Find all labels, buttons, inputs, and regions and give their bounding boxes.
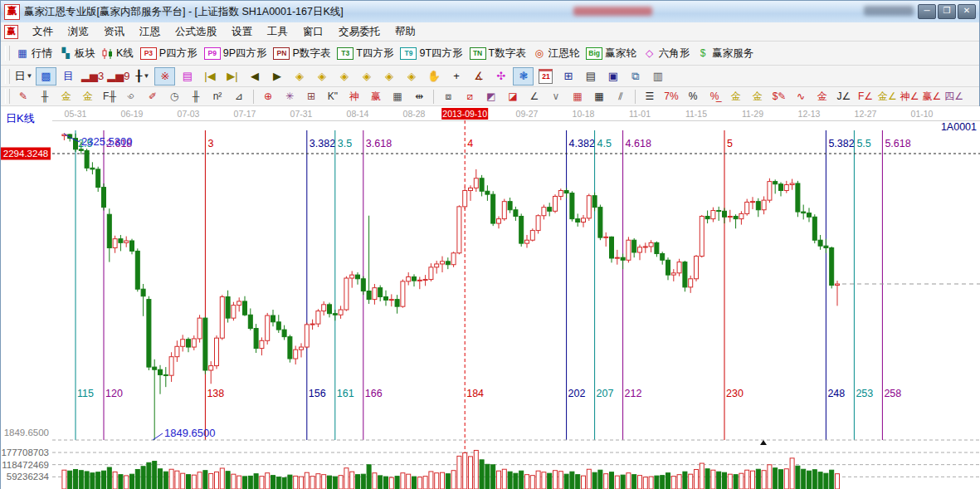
- next-bar-button[interactable]: ▶: [266, 67, 287, 86]
- angle-lines-button[interactable]: ∠: [524, 88, 544, 105]
- k-quote-button[interactable]: K": [323, 88, 343, 105]
- grid-123-button[interactable]: ▦: [388, 88, 407, 105]
- menu-江恩[interactable]: 江恩: [132, 23, 168, 41]
- mini-chart-3-button[interactable]: ▂▅3: [80, 67, 105, 86]
- gann-box-button[interactable]: ⧈: [438, 88, 458, 105]
- gold-red-line-button[interactable]: 金: [812, 88, 832, 105]
- v-line-button[interactable]: ∨: [546, 88, 566, 105]
- diamond-scroll-right-button[interactable]: ◈: [311, 67, 332, 86]
- star-web-button[interactable]: ✳: [280, 88, 300, 105]
- marker-triangle-icon[interactable]: [760, 440, 767, 445]
- calendar-button[interactable]: 21: [535, 67, 556, 86]
- kline-button[interactable]: K线: [102, 46, 134, 61]
- wave-percent-button[interactable]: ∿: [791, 88, 811, 105]
- quotes-button[interactable]: ▦行情: [16, 46, 52, 61]
- web-grid-button[interactable]: ⊞: [301, 88, 321, 105]
- save-button[interactable]: ▣: [602, 67, 623, 86]
- percent-line-button[interactable]: %̲: [705, 88, 724, 105]
- kline-chart[interactable]: 05-3106-1907-0307-1707-3108-1408-282013-…: [1, 106, 980, 489]
- menu-资讯[interactable]: 资讯: [96, 23, 132, 41]
- percent-table-button[interactable]: ☰: [640, 88, 660, 105]
- ruler-button[interactable]: ╫: [35, 88, 55, 105]
- last-page-button[interactable]: ▶|: [222, 67, 242, 86]
- menu-文件[interactable]: 文件: [25, 23, 61, 41]
- f-ruler-button[interactable]: F╫: [100, 88, 119, 105]
- f-angle-button[interactable]: F∠: [856, 88, 875, 105]
- screen-layout-button[interactable]: ▩: [36, 67, 56, 86]
- menu-帮助[interactable]: 帮助: [388, 23, 423, 41]
- crosshair-button[interactable]: +: [446, 67, 466, 86]
- diamond-compress-button[interactable]: ◈: [334, 67, 354, 86]
- volume-profile-button[interactable]: ▤: [177, 67, 197, 86]
- menu-工具[interactable]: 工具: [260, 23, 295, 41]
- ying-grid-button[interactable]: 赢: [366, 88, 386, 105]
- dollar-pencil-button[interactable]: $✎: [769, 88, 789, 105]
- fan-box-button[interactable]: ◩: [481, 88, 501, 105]
- red-grid-button[interactable]: ▦: [568, 88, 588, 105]
- t-number-table-button[interactable]: TNT数字表: [470, 46, 526, 61]
- fan-box-red-button[interactable]: ◪: [503, 88, 523, 105]
- chart-area[interactable]: 05-3106-1907-0307-1707-3108-1408-282013-…: [1, 106, 980, 489]
- t-square-button[interactable]: T3T四方形: [337, 46, 393, 61]
- sectors-button[interactable]: ▚板块: [59, 46, 95, 61]
- print-button[interactable]: ▥: [647, 67, 668, 86]
- minimize-button[interactable]: ─: [918, 4, 936, 19]
- menu-公式选股[interactable]: 公式选股: [168, 23, 224, 41]
- gold-line-button[interactable]: 金: [748, 88, 768, 105]
- menu-交易委托[interactable]: 交易委托: [331, 23, 388, 41]
- notes-button[interactable]: ▤: [580, 67, 601, 86]
- p-square-button[interactable]: P3P四方形: [140, 46, 197, 61]
- share-button[interactable]: ⧉: [625, 67, 646, 86]
- prev-bar-button[interactable]: ◀: [244, 67, 265, 86]
- measure-angle-button[interactable]: ∡: [468, 67, 489, 86]
- seven-percent-button[interactable]: 7%: [661, 88, 681, 105]
- percent-button[interactable]: %: [683, 88, 703, 105]
- pan-hand-button[interactable]: ✋: [423, 67, 444, 86]
- target-button[interactable]: ⊕: [258, 88, 278, 105]
- 9p-square-button[interactable]: P99P四方形: [204, 46, 267, 61]
- shen-grid-button[interactable]: 神: [344, 88, 364, 105]
- gold-ruler-button[interactable]: 金: [56, 88, 76, 105]
- time-circle-button[interactable]: ◷: [164, 88, 184, 105]
- p-number-table-button[interactable]: PNP数字表: [273, 46, 330, 61]
- shen-angle-button[interactable]: 神∠: [900, 88, 920, 105]
- black-grid-button[interactable]: ▦: [589, 88, 609, 105]
- n-square-button[interactable]: n²: [207, 88, 227, 105]
- tick-ruler-button[interactable]: ╫: [186, 88, 206, 105]
- gold-ruler-2-button[interactable]: 金: [78, 88, 98, 105]
- angle-mirror-button[interactable]: ⊿: [229, 88, 249, 105]
- width-arrows-button[interactable]: ⇹: [409, 88, 429, 105]
- gann-fan-button[interactable]: ⧄: [460, 88, 480, 105]
- wave-tool-button[interactable]: ❃: [513, 67, 534, 86]
- close-button[interactable]: ✕: [958, 4, 976, 19]
- candle-style-dropdown[interactable]: ╂▼: [132, 67, 153, 86]
- winner-wheel-button[interactable]: Big赢家轮: [586, 46, 636, 61]
- menu-浏览[interactable]: 浏览: [61, 23, 96, 41]
- draw-pencil-button[interactable]: ✎: [13, 88, 33, 105]
- f10-info-button[interactable]: 目: [58, 67, 79, 86]
- gold-angle-button[interactable]: 金∠: [877, 88, 898, 105]
- gann-wheel-button[interactable]: ◎江恩轮: [533, 46, 580, 61]
- menu-设置[interactable]: 设置: [224, 23, 260, 41]
- period-daily-dropdown[interactable]: 日▼: [13, 67, 34, 86]
- diamond-scroll-left-button[interactable]: ◈: [289, 67, 310, 86]
- price-pencil-button[interactable]: ✐: [143, 88, 163, 105]
- mini-chart-9-button[interactable]: ▂▅9: [106, 67, 130, 86]
- menu-窗口[interactable]: 窗口: [295, 23, 331, 41]
- calculator-button[interactable]: ⊞: [558, 67, 578, 86]
- spiral-button[interactable]: ꩜: [121, 88, 141, 105]
- pattern-tool-button[interactable]: ※: [154, 67, 175, 86]
- parallel-lines-button[interactable]: ⫽: [611, 88, 631, 105]
- hexagon-button[interactable]: ◇六角形: [643, 46, 690, 61]
- gann-tools-button[interactable]: ✣: [490, 67, 511, 86]
- winner-service-button[interactable]: $赢家服务: [696, 46, 753, 61]
- si-angle-button[interactable]: 四∠: [943, 88, 964, 105]
- j-angle-button[interactable]: J∠: [834, 88, 854, 105]
- diamond-fit-button[interactable]: ◈: [401, 67, 422, 86]
- restore-button[interactable]: ❐: [938, 4, 956, 19]
- ying-angle-button[interactable]: 赢∠: [922, 88, 943, 105]
- diamond-vscale-button[interactable]: ◈: [378, 67, 399, 86]
- gold-circle-button[interactable]: 金: [726, 88, 746, 105]
- 9t-square-button[interactable]: T99T四方形: [400, 46, 462, 61]
- first-page-button[interactable]: |◀: [199, 67, 220, 86]
